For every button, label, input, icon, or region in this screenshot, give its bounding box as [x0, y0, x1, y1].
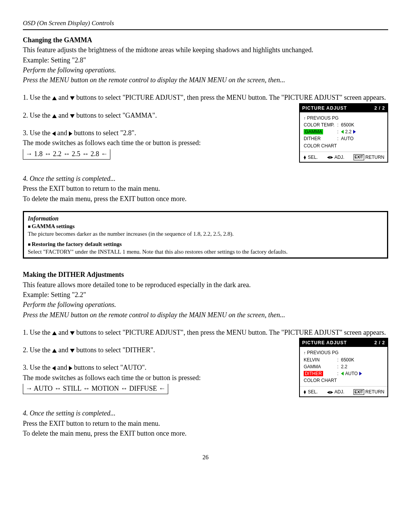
t: 3. Use the	[23, 364, 52, 371]
left-triangle-icon	[341, 372, 344, 375]
gamma-step4: 4. Once the setting is completed...	[23, 174, 388, 183]
down-triangle-icon	[70, 349, 75, 353]
dither-seq-box: AUTO ↔ STILL ↔ MOTION ↔ DIFFUSE	[23, 384, 168, 394]
dither-step4: 4. Once the setting is completed...	[23, 409, 388, 418]
down-triangle-icon	[70, 331, 75, 335]
dither-desc: This feature allows more detailed tone t…	[23, 280, 388, 289]
gamma-example: Example: Setting "2.8"	[23, 56, 388, 65]
t: 3. Use the	[23, 129, 52, 137]
t: buttons to select "PICTURE ADJUST", then…	[75, 329, 386, 336]
right-triangle-icon	[359, 372, 362, 375]
adj: ADJ.	[335, 389, 344, 395]
dither-step1: 1. Use the and buttons to select "PICTUR…	[23, 328, 388, 337]
gamma-seq-box: 1.8 ↔ 2.2 ↔ 2.5 ↔ 2.8	[23, 149, 110, 160]
info-title: Information	[28, 214, 383, 223]
gamma-title: Changing the GAMMA	[23, 35, 388, 45]
t: and	[57, 112, 70, 119]
v: AUTO	[345, 371, 358, 377]
gamma-pressmenu: Press the MENU button on the remote cont…	[23, 75, 388, 85]
l: COLOR TEMP.	[304, 122, 337, 128]
t: and	[56, 129, 69, 137]
v: AUTO	[341, 136, 384, 142]
up-triangle-icon	[52, 331, 57, 335]
dither-pressmenu: Press the MENU button on the remote cont…	[23, 310, 388, 320]
dither-exit2: To delete the main menu, press the EXIT …	[23, 429, 388, 438]
up-triangle-icon	[52, 96, 57, 100]
osd-page: 2 / 2	[374, 105, 385, 111]
dither-exit1: Press the EXIT button to return to the m…	[23, 419, 388, 428]
t: buttons to select "GAMMA".	[75, 112, 157, 119]
l: COLOR CHART	[304, 377, 337, 383]
t: and	[57, 94, 70, 101]
osd-gamma: PICTURE ADJUST 2 / 2 ↑ PREVIOUS PG COLOR…	[299, 103, 388, 163]
up-triangle-icon	[52, 349, 57, 353]
page-number: 26	[23, 453, 388, 462]
t: buttons to select "AUTO".	[72, 364, 147, 371]
l: KELVIN	[304, 357, 337, 363]
prev-pg: PREVIOUS PG	[307, 115, 339, 121]
gamma-seq: 1.8 ↔ 2.2 ↔ 2.5 ↔ 2.8	[25, 150, 108, 158]
l: COLOR CHART	[304, 143, 337, 149]
dither-example: Example: Setting "2.2"	[23, 290, 388, 299]
exit-box: EXIT	[354, 154, 364, 160]
dither-seq: AUTO ↔ STILL ↔ MOTION ↔ DIFFUSE	[25, 385, 166, 392]
t: 1. Use the	[23, 94, 52, 101]
right-triangle-icon	[69, 131, 72, 136]
info-txt2: Select "FACTORY" under the INSTALL 1 men…	[28, 248, 383, 256]
header-rule	[23, 29, 388, 30]
t: 2. Use the	[23, 346, 52, 354]
ret: RETURN	[365, 154, 384, 160]
dither-title: Making the DITHER Adjustments	[23, 270, 388, 279]
leftright-icon: ◀▶	[327, 390, 333, 395]
dither-hl: DITHER	[304, 371, 323, 376]
osd-page: 2 / 2	[374, 340, 385, 346]
adj: ADJ.	[335, 154, 344, 160]
left-triangle-icon	[52, 131, 56, 136]
t: buttons to select "DITHER".	[75, 346, 155, 354]
updown-icon: ▲▼	[303, 155, 307, 159]
right-triangle-icon	[353, 130, 356, 134]
prev-pg: PREVIOUS PG	[307, 350, 339, 356]
v: 2.2	[341, 364, 384, 370]
t: 1. Use the	[23, 329, 52, 336]
info-box: Information GAMMA settings The picture b…	[23, 211, 388, 259]
info-sub1: GAMMA settings	[28, 222, 383, 230]
osd-dither: PICTURE ADJUST 2 / 2 ↑ PREVIOUS PG KELVI…	[299, 338, 388, 397]
t: and	[56, 364, 69, 371]
leftright-icon: ◀▶	[327, 155, 333, 160]
down-triangle-icon	[70, 114, 75, 118]
osd-title: PICTURE ADJUST	[302, 340, 347, 346]
v: 2.2	[345, 129, 352, 135]
sel: SEL.	[308, 154, 318, 160]
gamma-step1: 1. Use the and buttons to select "PICTUR…	[23, 93, 388, 102]
gamma-exit1: Press the EXIT button to return to the m…	[23, 184, 388, 193]
gamma-exit2: To delete the main menu, press the EXIT …	[23, 194, 388, 203]
t: 2. Use the	[23, 112, 52, 119]
l: DITHER	[304, 136, 337, 142]
t: and	[57, 346, 70, 354]
up-triangle-icon	[52, 114, 57, 118]
v: 6500K	[341, 357, 384, 363]
left-triangle-icon	[52, 366, 56, 371]
dither-perform: Perform the following operations.	[23, 300, 388, 309]
t: buttons to select "PICTURE ADJUST", then…	[75, 94, 386, 101]
gamma-perform: Perform the following operations.	[23, 66, 388, 75]
osd-title: PICTURE ADJUST	[302, 105, 347, 111]
l: GAMMA	[304, 364, 337, 370]
updown-icon: ▲▼	[303, 390, 307, 394]
up-arrow-icon: ↑	[304, 116, 306, 120]
right-triangle-icon	[69, 366, 72, 371]
v: 6500K	[341, 122, 384, 128]
exit-box: EXIT	[354, 389, 364, 395]
gamma-desc: This feature adjusts the brightness of t…	[23, 45, 388, 54]
t: and	[57, 329, 70, 336]
up-arrow-icon: ↑	[304, 351, 306, 355]
gamma-hl: GAMMA	[304, 129, 323, 134]
ret: RETURN	[365, 389, 384, 395]
left-triangle-icon	[341, 130, 344, 134]
down-triangle-icon	[70, 96, 75, 100]
info-sub2: Restoring the factory default settings	[28, 240, 383, 248]
sel: SEL.	[308, 389, 318, 395]
t: buttons to select "2.8".	[72, 129, 136, 137]
page-header: OSD (On Screen Display) Controls	[23, 19, 388, 28]
